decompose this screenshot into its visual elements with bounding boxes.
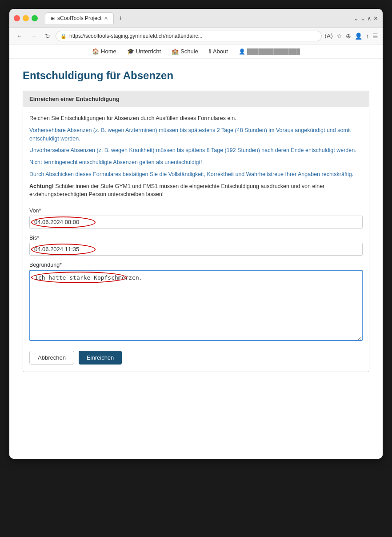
minimize-button[interactable]	[23, 15, 29, 21]
forward-button[interactable]: →	[28, 31, 40, 41]
nav-bar: ← → ↻ 🔒 https://scooltools-staging.gymne…	[9, 28, 383, 44]
begruendung-textarea[interactable]	[29, 270, 363, 341]
unterricht-icon: 🎓	[127, 48, 134, 55]
tab-arrow-right: ⌄	[360, 15, 365, 22]
form-card-header: Einreichen einer Entschuldigung	[23, 91, 369, 107]
von-field-group: Von*	[29, 208, 363, 228]
url-text: https://scooltools-staging.gymneufeld.ch…	[69, 33, 317, 39]
nav-about-label: About	[213, 48, 228, 55]
reload-button[interactable]: ↻	[42, 31, 53, 41]
von-label: Von*	[29, 208, 363, 214]
form-section: Von* Bis*	[29, 208, 363, 343]
info-text-5: Durch Abschicken dieses Formulares bestä…	[29, 170, 363, 179]
info-text-2: Vorhersehbare Absenzen (z. B. wegen Arzt…	[29, 126, 363, 143]
von-input[interactable]	[29, 216, 363, 228]
tab-arrow-up: ∧	[367, 15, 372, 22]
about-icon: ℹ	[209, 48, 211, 55]
page-nav-menu: 🏠 Home 🎓 Unterricht 🏫 Schule ℹ About 👤 █…	[9, 44, 383, 59]
achtung-label: Achtung!	[29, 183, 55, 189]
tab-scroll-arrows: ⌄ ⌄ ∧ ✕	[354, 15, 378, 22]
info-text-6-body: Schüler:innen der Stufe GYM1 und FMS1 mü…	[29, 183, 324, 198]
bookmark-icon[interactable]: ☆	[336, 32, 342, 40]
security-icon: 🔒	[60, 33, 67, 39]
tab-favicon: ⊞	[51, 16, 55, 21]
menu-icon[interactable]: ☰	[372, 32, 378, 40]
maximize-button[interactable]	[32, 15, 38, 21]
nav-unterricht[interactable]: 🎓 Unterricht	[127, 48, 161, 55]
nav-unterricht-label: Unterricht	[136, 48, 161, 55]
active-tab[interactable]: ⊞ sCoolTools Project ✕	[45, 12, 114, 24]
nav-schule[interactable]: 🏫 Schule	[172, 48, 198, 55]
submit-button[interactable]: Einreichen	[79, 351, 122, 365]
user-label: ██████████████	[247, 48, 300, 55]
user-area: 👤 ██████████████	[239, 48, 300, 55]
form-card-body: Reichen Sie Entschuldigungen für Absenze…	[23, 107, 369, 372]
bis-field-wrapper	[29, 243, 363, 256]
translate-icon[interactable]: ⟨A⟩	[324, 32, 333, 40]
url-bar[interactable]: 🔒 https://scooltools-staging.gymneufeld.…	[56, 31, 322, 41]
sync-icon[interactable]: ↑	[366, 32, 369, 40]
info-text-6: Achtung! Schüler:innen der Stufe GYM1 un…	[29, 182, 363, 199]
title-bar: ⊞ sCoolTools Project ✕ + ⌄ ⌄ ∧ ✕	[9, 9, 383, 28]
browser-window: ⊞ sCoolTools Project ✕ + ⌄ ⌄ ∧ ✕ ← → ↻ 🔒…	[9, 9, 383, 459]
von-field-wrapper	[29, 216, 363, 228]
info-text-4: Nicht termingerecht entschuldigte Absenz…	[29, 158, 363, 167]
bis-field-group: Bis*	[29, 235, 363, 256]
tab-bar: ⊞ sCoolTools Project ✕ + ⌄ ⌄ ∧ ✕	[45, 12, 378, 24]
page-content: Entschuldigung für Absenzen Einreichen e…	[9, 59, 383, 459]
new-tab-button[interactable]: +	[116, 13, 125, 23]
window-controls	[14, 15, 38, 21]
user-icon: 👤	[239, 48, 245, 55]
bis-input[interactable]	[29, 243, 363, 256]
account-icon[interactable]: 👤	[355, 32, 362, 40]
begruendung-field-group: Begründung*	[29, 262, 363, 343]
page-title: Entschuldigung für Absenzen	[23, 69, 369, 82]
info-text-3: Unvorhersebare Absenzen (z. B. wegen Kra…	[29, 146, 363, 155]
nav-home-label: Home	[101, 48, 116, 55]
home-icon: 🏠	[92, 48, 99, 55]
close-button[interactable]	[14, 15, 20, 21]
button-row: Abbrechen Einreichen	[29, 351, 363, 365]
back-button[interactable]: ←	[14, 31, 25, 41]
cancel-button[interactable]: Abbrechen	[29, 351, 74, 365]
schule-icon: 🏫	[172, 48, 179, 55]
nav-schule-label: Schule	[180, 48, 198, 55]
nav-icons: ⟨A⟩ ☆ ⊕ 👤 ↑ ☰	[324, 32, 378, 40]
form-card: Einreichen einer Entschuldigung Reichen …	[23, 91, 369, 372]
info-text-1: Reichen Sie Entschuldigungen für Absenze…	[29, 114, 363, 123]
tab-title: sCoolTools Project	[57, 15, 101, 21]
nav-home[interactable]: 🏠 Home	[92, 48, 116, 55]
tab-close-button[interactable]: ✕	[104, 16, 108, 21]
tab-arrow-left: ⌄	[354, 15, 359, 22]
begruendung-wrapper	[29, 270, 363, 343]
nav-about[interactable]: ℹ About	[209, 48, 228, 55]
begruendung-label: Begründung*	[29, 262, 363, 268]
tab-arrow-close: ✕	[373, 15, 378, 22]
pocket-icon[interactable]: ⊕	[346, 32, 351, 40]
bis-label: Bis*	[29, 235, 363, 241]
